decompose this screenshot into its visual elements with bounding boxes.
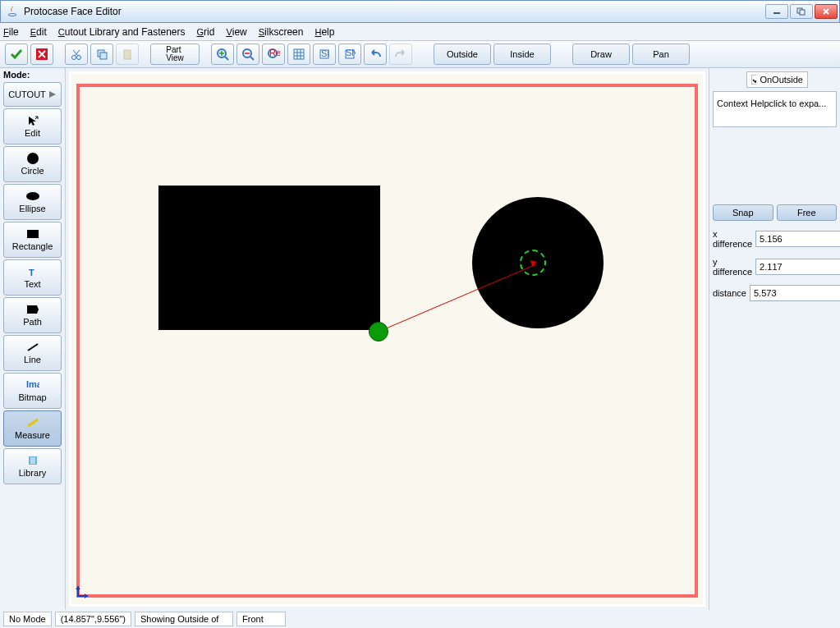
toolbar: Part View Reset SIZE SNAP Outside Inside… <box>0 41 840 68</box>
close-button[interactable] <box>815 4 838 19</box>
maximize-button[interactable] <box>790 4 813 19</box>
play-icon <box>48 90 57 99</box>
measure-line <box>80 87 695 594</box>
menu-edit[interactable]: Edit <box>30 26 47 38</box>
outside-button[interactable]: Outside <box>434 44 491 65</box>
svg-point-5 <box>72 56 76 60</box>
menu-help[interactable]: Help <box>314 26 334 38</box>
svg-point-6 <box>77 56 81 60</box>
svg-rect-21 <box>27 230 39 238</box>
menu-grid[interactable]: Grid <box>196 26 214 38</box>
x-diff-input[interactable] <box>755 231 840 247</box>
zoom-out-button[interactable] <box>236 44 259 65</box>
copy-button[interactable] <box>90 44 113 65</box>
path-tool[interactable]: Path <box>3 297 62 333</box>
distance-label: distance <box>713 288 746 298</box>
menu-bar: File Edit Cutout Library and Fasteners G… <box>0 23 840 41</box>
svg-rect-14 <box>294 49 304 59</box>
cursor-icon <box>25 115 40 126</box>
rectangle-tool[interactable]: Rectangle <box>3 222 62 258</box>
distance-input[interactable] <box>750 285 840 301</box>
ellipse-icon <box>25 190 40 202</box>
status-bar: No Mode (14.857",9.556") Showing Outside… <box>0 610 840 628</box>
rectangle-icon <box>25 228 40 240</box>
measure-start-marker[interactable] <box>369 322 388 342</box>
library-icon <box>25 455 40 466</box>
context-help[interactable]: Context Helpclick to expa... <box>713 91 837 127</box>
rectangle-cutout[interactable] <box>158 186 380 330</box>
mode-sidebar: Mode: CUTOUT Edit Circle Ellipse Rectang… <box>0 68 66 610</box>
measure-tool[interactable]: Measure <box>3 410 62 447</box>
paste-button[interactable] <box>116 44 139 65</box>
mode-label: Mode: <box>0 68 65 81</box>
accept-button[interactable] <box>5 44 28 65</box>
free-mode-button[interactable]: Free <box>777 204 838 221</box>
menu-silkscreen[interactable]: Silkscreen <box>259 26 304 38</box>
zoom-in-button[interactable] <box>211 44 234 65</box>
inside-button[interactable]: Inside <box>493 44 551 65</box>
svg-point-20 <box>26 192 39 200</box>
text-tool[interactable]: T Text <box>3 259 62 296</box>
line-icon <box>25 342 40 353</box>
checkbox-icon <box>751 75 756 85</box>
window-title: Protocase Face Editor <box>24 6 765 17</box>
svg-rect-9 <box>124 50 131 59</box>
svg-point-0 <box>8 14 16 16</box>
svg-rect-8 <box>100 53 107 59</box>
cut-button[interactable] <box>65 44 88 65</box>
size-button[interactable]: SIZE <box>313 44 336 65</box>
snap-button[interactable]: SNAP <box>338 44 361 65</box>
svg-text:Reset: Reset <box>269 48 280 57</box>
canvas[interactable] <box>69 71 705 607</box>
image-icon: Image <box>25 379 40 391</box>
on-outside-checkbox[interactable]: OnOutside <box>746 71 808 88</box>
zoom-reset-button[interactable]: Reset <box>262 44 285 65</box>
y-diff-label: y difference <box>713 257 752 277</box>
svg-text:SIZE: SIZE <box>321 48 330 58</box>
draw-button[interactable]: Draw <box>572 44 630 65</box>
pan-button[interactable]: Pan <box>632 44 690 65</box>
cancel-button[interactable] <box>30 44 53 65</box>
text-icon: T <box>25 266 40 277</box>
status-face: Front <box>236 612 286 626</box>
canvas-area[interactable] <box>66 68 709 610</box>
svg-text:SNAP: SNAP <box>346 48 356 57</box>
svg-point-19 <box>27 153 39 164</box>
svg-rect-1 <box>773 12 780 14</box>
status-coords: (14.857",9.556") <box>55 612 131 626</box>
menu-view[interactable]: View <box>226 26 246 38</box>
svg-rect-26 <box>751 75 756 85</box>
x-diff-label: x difference <box>713 229 752 249</box>
menu-file[interactable]: File <box>3 26 19 38</box>
face-outline <box>76 84 698 598</box>
menu-cutout-library[interactable]: Cutout Library and Fasteners <box>58 26 186 38</box>
svg-rect-3 <box>800 10 805 15</box>
edit-tool[interactable]: Edit <box>3 108 62 144</box>
redo-button[interactable] <box>389 44 412 65</box>
line-tool[interactable]: Line <box>3 335 62 371</box>
path-icon <box>25 304 40 315</box>
grid-button[interactable] <box>287 44 310 65</box>
origin-marker <box>75 583 91 599</box>
status-showing: Showing Outside of <box>135 612 233 626</box>
measure-icon <box>25 417 40 429</box>
minimize-button[interactable] <box>765 4 788 19</box>
bitmap-tool[interactable]: Image Bitmap <box>3 373 62 409</box>
circle-icon <box>25 153 40 164</box>
y-diff-input[interactable] <box>755 259 840 275</box>
java-icon <box>7 5 20 18</box>
cutout-mode-button[interactable]: CUTOUT <box>3 82 62 107</box>
snap-mode-button[interactable]: Snap <box>713 204 773 221</box>
svg-text:Image: Image <box>26 381 39 389</box>
undo-button[interactable] <box>364 44 387 65</box>
library-tool[interactable]: Library <box>3 448 62 484</box>
status-mode: No Mode <box>3 612 52 626</box>
circle-tool[interactable]: Circle <box>3 146 62 182</box>
title-bar: Protocase Face Editor <box>0 0 840 23</box>
right-panel: OnOutside Context Helpclick to expa... S… <box>709 68 840 610</box>
part-view-button[interactable]: Part View <box>150 44 200 65</box>
ellipse-tool[interactable]: Ellipse <box>3 184 62 220</box>
svg-text:T: T <box>29 268 34 277</box>
